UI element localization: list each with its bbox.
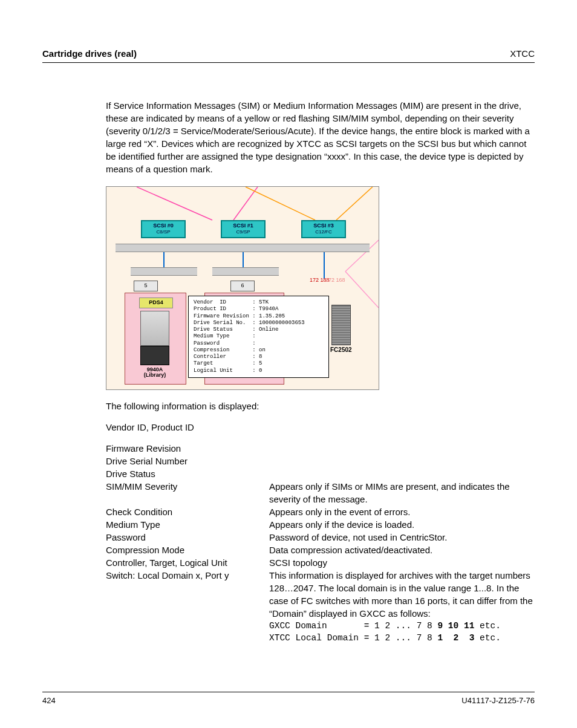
info-field-label: Drive Status bbox=[106, 467, 269, 480]
intro-paragraph: If Service Information Messages (SIM) or… bbox=[106, 99, 535, 175]
info-row: Compression ModeData compression activat… bbox=[106, 544, 535, 556]
info-field-desc: SCSI topology bbox=[269, 556, 535, 569]
info-row: Drive Serial Number bbox=[106, 455, 535, 467]
info-field-desc bbox=[269, 442, 535, 455]
scsi-sub: C12/FC bbox=[302, 229, 345, 235]
header-app-name: XTCC bbox=[510, 48, 535, 59]
scsi-box-0: SCSI #0 C8/SP bbox=[141, 220, 186, 238]
info-field-desc bbox=[269, 455, 535, 467]
drive-info-tooltip: Vendor ID : STK Product ID : T9940A Firm… bbox=[188, 296, 329, 378]
drive-icon bbox=[140, 311, 169, 346]
info-row: Drive Status bbox=[106, 467, 535, 480]
info-row: Controller, Target, Logical UnitSCSI top… bbox=[106, 556, 535, 569]
tape-drive-icon bbox=[140, 346, 169, 365]
info-field-label: Compression Mode bbox=[106, 544, 269, 556]
gxcc-domain-line: GXCC Domain = 1 2 ... 7 8 9 10 11 etc. bbox=[269, 620, 535, 632]
info-field-label: Controller, Target, Logical Unit bbox=[106, 556, 269, 569]
info-row: PasswordPassword of device, not used in … bbox=[106, 531, 535, 544]
node-5-label: 5 bbox=[144, 282, 147, 288]
scsi-sub: C9/SP bbox=[222, 229, 264, 235]
svg-line-8 bbox=[345, 271, 379, 308]
info-field-label: Check Condition bbox=[106, 505, 269, 518]
svg-line-1 bbox=[233, 187, 258, 220]
header-section-title: Cartridge drives (real) bbox=[42, 48, 137, 59]
document-id: U41117-J-Z125-7-76 bbox=[461, 696, 535, 705]
info-row: Medium TypeAppears only if the device is… bbox=[106, 518, 535, 531]
pds-label: PDS4 bbox=[139, 297, 173, 308]
scsi-title: SCSI #1 bbox=[222, 223, 264, 229]
ip-label-2: 172 168 bbox=[325, 278, 345, 282]
scsi-box-1: SCSI #1 C9/SP bbox=[221, 220, 266, 238]
info-field-label: Firmware Revision bbox=[106, 442, 269, 455]
info-field-desc: Data compression activated/deactivated. bbox=[269, 544, 535, 556]
xtcc-local-domain-line: XTCC Local Domain = 1 2 ... 7 8 1 2 3 et… bbox=[269, 632, 535, 644]
bus-bar-seg-1 bbox=[131, 267, 197, 276]
rack-icon bbox=[331, 305, 351, 345]
drive-model-label: 9940A (Library) bbox=[137, 367, 173, 379]
bus-bar-seg-2 bbox=[212, 267, 279, 276]
displayed-info-heading: The following information is displayed: bbox=[106, 400, 535, 412]
info-row: Switch: Local Domain x, Port yThis infor… bbox=[106, 569, 535, 620]
scsi-title: SCSI #0 bbox=[142, 223, 184, 229]
node-5: 5 bbox=[134, 281, 158, 291]
info-field-desc: Password of device, not used in CentricS… bbox=[269, 531, 535, 544]
page-number: 424 bbox=[42, 696, 56, 705]
node-6: 6 bbox=[230, 281, 255, 291]
fc-switch-label: FC2502 bbox=[330, 346, 352, 353]
scsi-box-3: SCSI #3 C12/FC bbox=[301, 220, 346, 238]
svg-line-0 bbox=[137, 187, 212, 220]
info-field-label: Drive Serial Number bbox=[106, 455, 269, 467]
scsi-sub: C8/SP bbox=[142, 229, 184, 235]
info-field-desc: Appears only if the device is loaded. bbox=[269, 518, 535, 531]
page-header: Cartridge drives (real) XTCC bbox=[42, 48, 535, 63]
info-field-label: Password bbox=[106, 531, 269, 544]
scsi-topology-figure: SCSI #0 C8/SP SCSI #1 C9/SP SCSI #3 C12/… bbox=[106, 186, 379, 390]
svg-line-3 bbox=[336, 187, 373, 220]
info-field-label: Switch: Local Domain x, Port y bbox=[106, 569, 269, 620]
info-field-table: Firmware RevisionDrive Serial NumberDriv… bbox=[106, 442, 535, 620]
info-field-desc: This information is displayed for archiv… bbox=[269, 569, 535, 620]
info-field-desc: Appears only in the event of errors. bbox=[269, 505, 535, 518]
info-row: SIM/MIM SeverityAppears only if SIMs or … bbox=[106, 480, 535, 505]
scsi-title: SCSI #3 bbox=[302, 223, 345, 229]
info-row: Check ConditionAppears only in the event… bbox=[106, 505, 535, 518]
page-footer: 424 U41117-J-Z125-7-76 bbox=[42, 692, 535, 705]
svg-line-2 bbox=[246, 187, 315, 220]
info-field-desc: Appears only if SIMs or MIMs are present… bbox=[269, 480, 535, 505]
vendor-product-line: Vendor ID, Product ID bbox=[106, 421, 535, 434]
node-6-label: 6 bbox=[241, 282, 244, 288]
info-row: Firmware Revision bbox=[106, 442, 535, 455]
info-field-label: SIM/MIM Severity bbox=[106, 480, 269, 505]
tooltip-content: Vendor ID : STK Product ID : T9940A Firm… bbox=[194, 299, 305, 374]
bus-bar-upper bbox=[116, 244, 370, 252]
info-field-desc bbox=[269, 467, 535, 480]
info-field-label: Medium Type bbox=[106, 518, 269, 531]
